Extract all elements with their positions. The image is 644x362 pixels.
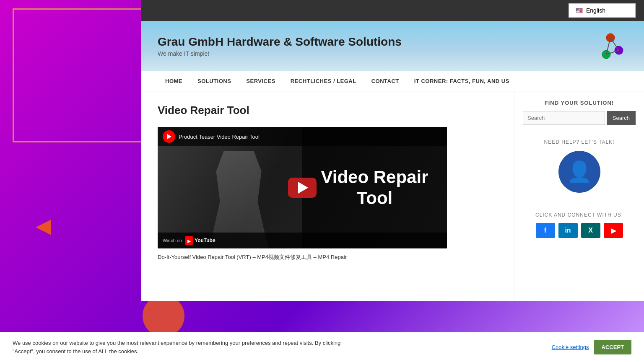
language-label: English [586, 7, 605, 14]
sidebar: FIND YOUR SOLUTION! Search NEED HELP? LE… [514, 91, 644, 301]
flag-icon: 🇺🇸 [576, 7, 583, 14]
site-tagline: We make IT simple! [158, 50, 402, 57]
nav-item-solutions[interactable]: SOLUTIONS [190, 71, 239, 91]
cookie-settings-button[interactable]: Cookie settings [552, 344, 589, 350]
social-section: CLICK AND CONNECT WITH US! f in X ▶ [523, 212, 636, 238]
youtube-icon [163, 130, 175, 143]
nav-item-services[interactable]: SERVICES [239, 71, 283, 91]
social-heading: CLICK AND CONNECT WITH US! [523, 212, 636, 218]
search-button[interactable]: Search [607, 111, 636, 125]
youtube-logo: ▶ YouTube [185, 236, 216, 245]
watch-on-label: Watch on [163, 238, 182, 243]
contact-heading: NEED HELP? LET'S TALK! [523, 139, 636, 145]
language-bar: 🇺🇸 English [141, 0, 644, 21]
accept-button[interactable]: ACCEPT [594, 340, 631, 354]
cookie-text: We use cookies on our website to give yo… [13, 339, 348, 355]
page-title: Video Repair Tool [158, 104, 497, 117]
cookie-bar: We use cookies on our website to give yo… [0, 332, 644, 362]
site-logo [594, 29, 627, 63]
play-button[interactable] [288, 178, 317, 198]
nav-item-home[interactable]: HOME [158, 71, 190, 91]
cookie-actions: Cookie settings ACCEPT [552, 340, 631, 354]
nav-item-itcorner[interactable]: IT CORNER: FACTS, FUN, AND US [407, 71, 517, 91]
linkedin-button[interactable]: in [558, 223, 578, 238]
xing-button[interactable]: X [581, 223, 600, 238]
search-input[interactable] [523, 111, 605, 125]
nav-item-contact[interactable]: CONTACT [364, 71, 407, 91]
social-icons: f in X ▶ [523, 223, 636, 238]
facebook-button[interactable]: f [536, 223, 555, 238]
avatar: 👤 [558, 151, 600, 193]
main-navigation: HOME SOLUTIONS SERVICES RECHTLICHES / LE… [141, 71, 644, 91]
video-label: Product Teaser Video Repair Tool [179, 134, 260, 140]
nav-item-legal[interactable]: RECHTLICHES / LEGAL [283, 71, 364, 91]
contact-section: NEED HELP? LET'S TALK! 👤 [523, 135, 636, 202]
youtube-button[interactable]: ▶ [604, 223, 623, 238]
video-container[interactable]: Product Teaser Video Repair Tool Video R… [158, 127, 447, 248]
find-solution-heading: FIND YOUR SOLUTION! [523, 100, 636, 106]
search-section: FIND YOUR SOLUTION! Search [523, 100, 636, 125]
video-title-overlay: Video Repair Tool [302, 158, 447, 217]
content-area: Video Repair Tool Product Teaser Video R… [141, 91, 644, 301]
site-title: Grau GmbH Hardware & Software Solutions [158, 35, 402, 49]
main-content: Video Repair Tool Product Teaser Video R… [141, 91, 514, 301]
svg-line-3 [610, 38, 619, 50]
site-header: Grau GmbH Hardware & Software Solutions … [141, 21, 644, 71]
language-selector[interactable]: 🇺🇸 English [569, 3, 636, 18]
video-caption: Do-It-Yourself Video Repair Tool (VRT) –… [158, 253, 497, 261]
